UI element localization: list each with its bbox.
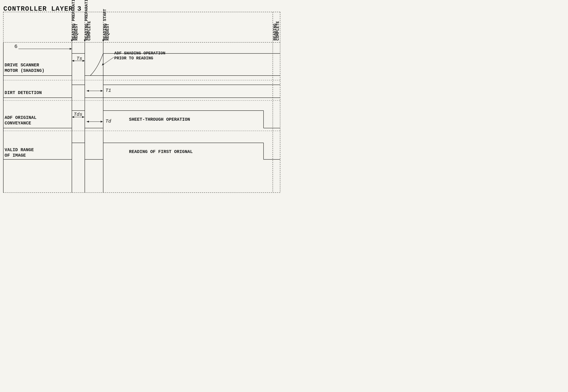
- diagram-container: CONTROLLER LAYER 3 READING PREPARATION: [0, 0, 284, 196]
- ts-label: Ts: [76, 56, 82, 61]
- svg-text:PRIOR TO READING: PRIOR TO READING: [114, 56, 153, 61]
- tds-label: Tds: [74, 112, 82, 117]
- svg-text:CONVEYANCE: CONVEYANCE: [5, 121, 31, 126]
- adf-original-label: ADF ORIGINAL: [5, 115, 37, 120]
- svg-text:OF IMAGE: OF IMAGE: [5, 153, 26, 158]
- dirt-detection-label: DIRT DETECTION: [5, 90, 42, 95]
- reading-first-original-label: READING OF FIRST ORIGNAL: [129, 149, 193, 154]
- svg-text:COMPLETE: COMPLETE: [87, 21, 92, 41]
- valid-range-label: VALID RANGE: [5, 147, 34, 153]
- label-6: 6: [14, 44, 17, 49]
- svg-text:COMPLETE: COMPLETE: [276, 21, 280, 41]
- svg-text:REQUEST: REQUEST: [74, 24, 79, 41]
- svg-text:REQUEST: REQUEST: [105, 24, 110, 41]
- t1-label: T1: [105, 88, 111, 93]
- controller-layer-title: CONTROLLER LAYER 3: [3, 5, 82, 13]
- signal-drive-scanner-label: DRIVE SCANNER: [5, 63, 39, 68]
- svg-rect-0: [0, 0, 284, 196]
- td-label: Td: [105, 118, 111, 124]
- sheet-through-label: SHEET-THROUGH OPERATION: [129, 117, 190, 122]
- svg-text:MOTOR (SHADING): MOTOR (SHADING): [5, 68, 44, 73]
- adf-shading-label: ADF SHADING OPERATION: [114, 51, 165, 56]
